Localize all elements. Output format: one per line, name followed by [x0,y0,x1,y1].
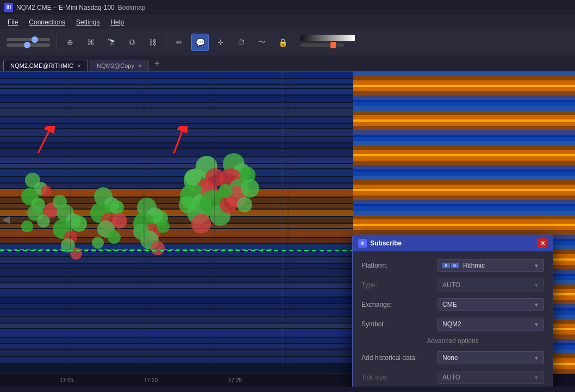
lock-button[interactable]: 🔒 [274,34,291,51]
svg-point-92 [191,214,211,233]
microscope-button[interactable]: 🔭 [103,34,120,51]
color-gradient-bar [301,35,355,41]
svg-rect-6 [0,89,353,94]
symbol-chevron-icon: ▼ [534,321,539,327]
svg-rect-38 [0,304,353,308]
svg-point-55 [21,220,33,232]
exchange-chevron-icon: ▼ [534,302,539,308]
tab-close-1[interactable]: ✕ [77,63,81,69]
tick-size-label: Tick size: [361,374,438,381]
crosshair-button[interactable]: ✛ [212,34,229,51]
svg-rect-16 [0,157,353,163]
layers-button[interactable]: ⧉ [123,34,141,51]
pencil-button[interactable]: ✏ [171,34,188,51]
scroll-left-button[interactable]: ◀ [2,213,10,225]
svg-rect-31 [0,257,353,263]
tab-nqm2-rithmic[interactable]: NQM2.CME@RITHMIC ✕ [3,60,88,71]
svg-rect-44 [0,344,353,349]
add-tab-button[interactable]: + [151,57,164,70]
svg-rect-3 [0,72,353,78]
color-bar-slider[interactable] [301,43,344,47]
tab-nqm2-copy[interactable]: NQM2@Copy ✕ [90,60,149,71]
platform-row: Platform: R ⊞ Rithmic ▼ [361,259,544,272]
symbol-select[interactable]: NQM2 ▼ [438,318,544,331]
svg-point-61 [71,216,87,232]
menu-connections[interactable]: Connections [23,17,71,28]
symbol-value: NQM2 [442,320,461,328]
svg-rect-37 [0,298,353,303]
link-button[interactable]: ⛓ [144,34,161,51]
svg-rect-40 [0,317,353,323]
svg-rect-32 [0,264,353,268]
brightness-slider-widget [4,37,52,48]
svg-rect-7 [0,96,353,102]
toolbar-separator-1 [57,35,57,50]
time-label-1: 17:15 [60,377,73,383]
menu-settings[interactable]: Settings [71,17,105,28]
svg-rect-18 [0,169,353,176]
menu-file[interactable]: File [2,17,23,28]
chart-area: 300 ◀ 17:15 17:20 17:25 [0,72,575,387]
svg-rect-21 [0,189,353,197]
type-value: AUTO [442,281,460,289]
toolbar: ⊕ ⌘ 🔭 ⧉ ⛓ ✏ 💬 ✛ ⏱ 〜 🔒 [0,29,575,55]
svg-point-80 [133,224,149,240]
svg-rect-17 [0,164,353,168]
type-select[interactable]: AUTO ▼ [438,279,544,292]
modal-header: III Subscribe ✕ [353,235,553,251]
tick-size-row: Tick size: AUTO ▼ [361,371,544,384]
exchange-label: Exchange: [361,301,438,308]
svg-rect-9 [0,109,353,116]
platform-select[interactable]: R ⊞ Rithmic ▼ [438,259,544,272]
exchange-select[interactable]: CME ▼ [438,298,544,311]
modal-title: Subscribe [370,239,402,247]
color-bar-bottom [301,42,355,48]
platform-icons: R ⊞ [442,263,459,268]
tick-size-value: AUTO [442,374,460,381]
tick-size-select[interactable]: AUTO ▼ [438,371,544,384]
svg-point-51 [41,186,52,197]
title-bar: III NQM2.CME – E-Mini Nasdaq-100 Bookmap [0,0,575,15]
advanced-options-title: Advanced options [361,337,544,345]
add-instrument-button[interactable]: ⊕ [61,34,79,51]
svg-rect-25 [0,217,353,223]
window-title: NQM2.CME – E-Mini Nasdaq-100 [16,4,115,11]
share-button[interactable]: ⌘ [82,34,99,51]
tab-close-2[interactable]: ✕ [138,63,142,69]
time-label-2: 17:20 [144,377,158,383]
svg-rect-15 [0,149,353,156]
timer-button[interactable]: ⏱ [233,34,250,51]
wave-button[interactable]: 〜 [253,34,271,51]
svg-rect-20 [0,184,353,188]
exchange-value: CME [442,301,457,308]
svg-rect-4 [0,79,353,84]
message-button[interactable]: 💬 [191,34,209,51]
menu-help[interactable]: Help [105,17,129,28]
svg-rect-30 [0,252,353,256]
modal-close-button[interactable]: ✕ [538,238,547,248]
time-label-3: 17:25 [228,377,242,383]
menu-bar: File Connections Settings Help [0,15,575,29]
slider-track-1[interactable] [7,38,50,41]
svg-rect-13 [0,137,353,142]
svg-rect-39 [0,309,353,316]
svg-rect-8 [0,103,353,108]
app-name: Bookmap [118,4,146,11]
svg-rect-42 [0,329,353,337]
hist-data-select[interactable]: None ▼ [438,351,544,364]
svg-rect-41 [0,324,353,328]
svg-point-79 [151,241,165,255]
svg-point-102 [237,197,252,212]
tab-bar: NQM2.CME@RITHMIC ✕ NQM2@Copy ✕ + [0,55,575,72]
slider-track-2[interactable] [7,43,50,47]
platform-icon-1: R [442,263,450,268]
svg-point-70 [108,231,121,244]
app-icon: III [4,3,13,12]
hist-data-chevron-icon: ▼ [534,355,539,361]
svg-point-104 [218,184,233,198]
tick-size-chevron-icon: ▼ [534,375,539,381]
modal-icon: III [358,239,367,248]
svg-point-93 [185,169,201,186]
hist-data-value: None [442,354,458,362]
svg-rect-28 [0,238,353,243]
